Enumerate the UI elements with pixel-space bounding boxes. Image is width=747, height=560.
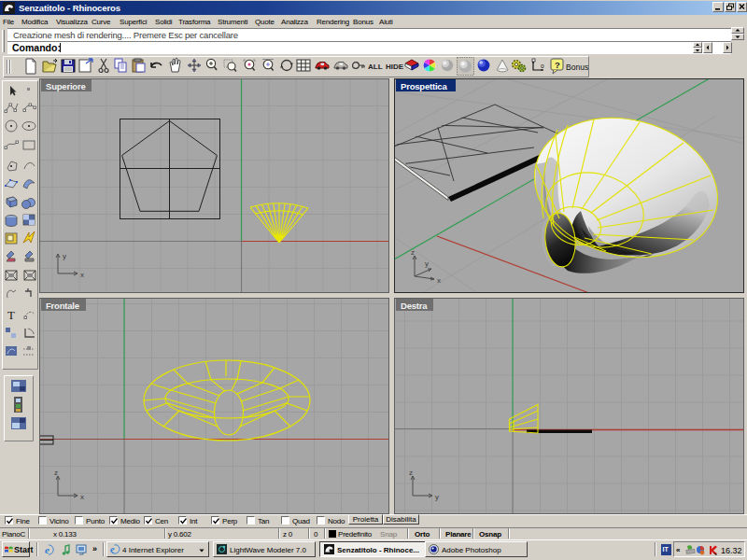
svg-text:Prospettica: Prospettica <box>401 81 447 91</box>
svg-text:Bonus: Bonus <box>566 63 588 72</box>
svg-text:y: y <box>63 252 66 260</box>
svg-text:Frontale: Frontale <box>46 301 79 311</box>
svg-text:z: z <box>54 469 58 477</box>
svg-text:ALL: ALL <box>368 63 383 71</box>
svg-text:y: y <box>435 493 439 501</box>
svg-text:z: z <box>409 469 413 477</box>
svg-text:Superiore: Superiore <box>46 81 86 91</box>
svg-text:e: e <box>45 544 49 555</box>
svg-text:Destra: Destra <box>401 301 428 311</box>
svg-text:HIDE: HIDE <box>386 63 404 71</box>
svg-text:T: T <box>7 308 15 322</box>
svg-text:y: y <box>425 259 429 268</box>
svg-text:»: » <box>92 544 97 553</box>
svg-text:o: o <box>541 63 544 69</box>
svg-text:?: ? <box>555 60 560 70</box>
svg-text:x: x <box>80 493 84 501</box>
svg-text:x: x <box>437 276 441 285</box>
svg-text:z: z <box>411 248 415 257</box>
svg-text:x: x <box>80 271 84 279</box>
